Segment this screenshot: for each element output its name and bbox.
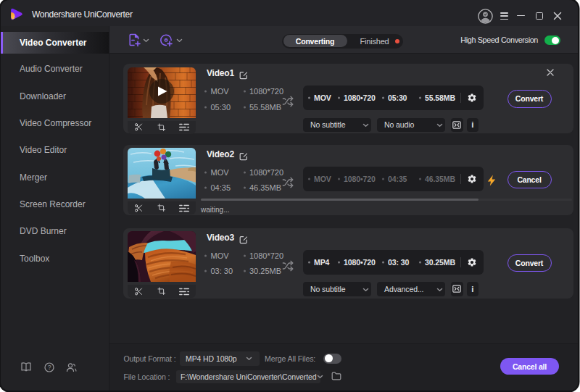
svg-text:?: ? xyxy=(48,364,51,371)
